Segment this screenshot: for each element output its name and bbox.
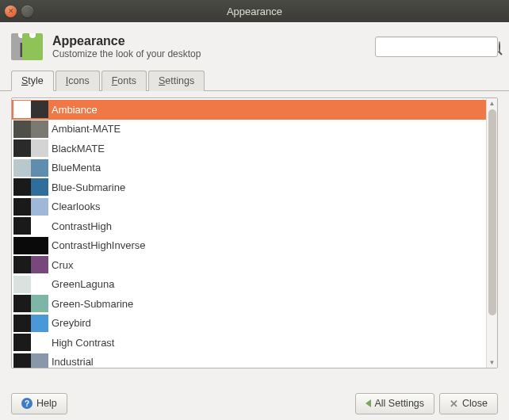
theme-swatches [13, 256, 48, 273]
theme-row[interactable]: BlueMenta [12, 158, 486, 178]
theme-name: Crux [52, 259, 73, 271]
theme-swatches [13, 237, 48, 254]
theme-swatches [13, 295, 48, 312]
appearance-icon [11, 30, 44, 63]
theme-name: Blue-Submarine [52, 181, 125, 193]
header-text: Appearance Customize the look of your de… [52, 34, 201, 59]
titlebar: ✕ Appearance [0, 0, 509, 22]
theme-list-container: AmbianceAmbiant-MATEBlackMATEBlueMentaBl… [11, 97, 498, 368]
window-title: Appearance [0, 6, 509, 17]
theme-row[interactable]: ContrastHighInverse [12, 236, 486, 256]
tab-bar: StyleIconsFontsSettings [0, 70, 509, 91]
theme-list[interactable]: AmbianceAmbiant-MATEBlackMATEBlueMentaBl… [12, 98, 486, 368]
help-icon: ? [21, 398, 33, 409]
theme-row[interactable]: GreenLaguna [12, 275, 486, 295]
theme-row[interactable]: Industrial [12, 353, 486, 368]
theme-row[interactable]: Greybird [12, 314, 486, 334]
theme-swatches [13, 315, 48, 332]
search-icon [499, 41, 500, 52]
theme-swatches [13, 334, 48, 351]
theme-swatches [13, 101, 48, 118]
scroll-down-button[interactable]: ▼ [487, 357, 497, 368]
theme-name: High Contrast [52, 337, 114, 349]
theme-swatches [13, 159, 48, 177]
theme-row[interactable]: Blue-Submarine [12, 178, 486, 197]
theme-swatches [13, 198, 48, 216]
footer: ? Help All Settings ✕ Close [0, 387, 509, 420]
theme-name: ContrastHigh [52, 220, 112, 232]
theme-name: Ambiant-MATE [52, 123, 121, 135]
theme-name: ContrastHighInverse [52, 239, 146, 251]
theme-swatches [13, 353, 48, 368]
page-title: Appearance [52, 34, 201, 48]
theme-name: GreenLaguna [52, 278, 115, 290]
scroll-up-button[interactable]: ▲ [487, 98, 497, 109]
theme-row[interactable]: High Contrast [12, 333, 486, 353]
theme-row[interactable]: Crux [12, 255, 486, 275]
theme-row[interactable]: Ambiant-MATE [12, 120, 486, 139]
tab-fonts[interactable]: Fonts [101, 71, 147, 91]
theme-row[interactable]: Green-Submarine [12, 294, 486, 314]
help-button-label: Help [36, 398, 57, 409]
theme-swatches [13, 276, 48, 293]
theme-name: Green-Submarine [52, 298, 133, 310]
all-settings-button[interactable]: All Settings [355, 393, 435, 414]
left-arrow-icon [365, 399, 371, 407]
close-icon: ✕ [450, 398, 458, 410]
all-settings-label: All Settings [375, 398, 425, 409]
theme-row[interactable]: ContrastHigh [12, 216, 486, 236]
scrollbar-thumb[interactable] [488, 109, 496, 315]
theme-name: Ambiance [52, 104, 98, 116]
search-box[interactable] [375, 36, 498, 57]
theme-name: BlueMenta [52, 162, 101, 174]
tab-settings[interactable]: Settings [148, 71, 205, 91]
close-button-label: Close [462, 398, 488, 409]
theme-swatches [13, 178, 48, 196]
page-subtitle: Customize the look of your desktop [52, 48, 201, 59]
help-button[interactable]: ? Help [11, 393, 67, 414]
theme-swatches [13, 139, 48, 157]
theme-row[interactable]: Ambiance [12, 100, 486, 120]
theme-name: Greybird [52, 317, 91, 329]
header: Appearance Customize the look of your de… [0, 22, 509, 71]
theme-name: Clearlooks [52, 200, 100, 212]
theme-swatches [13, 120, 48, 138]
theme-swatches [13, 217, 48, 235]
tab-icons[interactable]: Icons [55, 71, 100, 91]
close-button[interactable]: ✕ Close [439, 393, 498, 414]
scrollbar[interactable]: ▲ ▼ [486, 98, 497, 368]
tab-style[interactable]: Style [11, 71, 54, 91]
theme-row[interactable]: BlackMATE [12, 139, 486, 158]
theme-row[interactable]: Clearlooks [12, 197, 486, 217]
theme-name: Industrial [52, 356, 94, 368]
search-input[interactable] [380, 41, 499, 52]
theme-name: BlackMATE [52, 143, 105, 155]
